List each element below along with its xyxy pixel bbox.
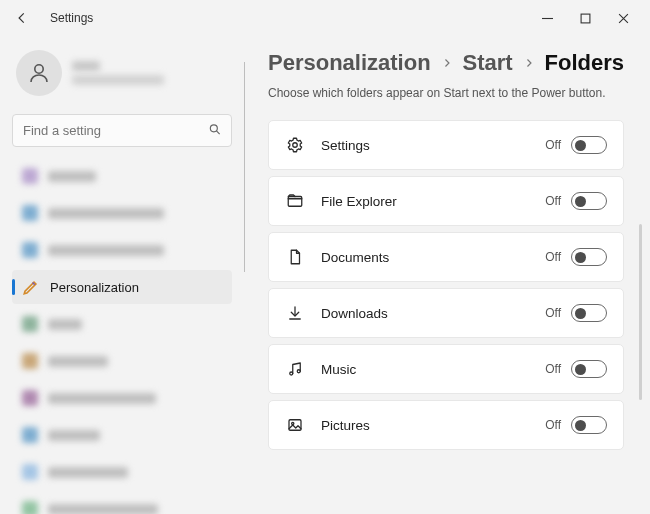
- titlebar: Settings: [0, 0, 650, 36]
- toggle-state: Off: [545, 194, 561, 208]
- svg-rect-6: [288, 197, 302, 207]
- folder-label: Settings: [321, 138, 529, 153]
- profile-text: [72, 61, 164, 85]
- pictures-icon: [285, 415, 305, 435]
- search-input[interactable]: [12, 114, 232, 147]
- minimize-button[interactable]: [528, 4, 566, 32]
- content: Personalization Start Folders Choose whi…: [244, 36, 650, 514]
- breadcrumb-folders: Folders: [545, 50, 624, 76]
- maximize-button[interactable]: [566, 4, 604, 32]
- back-button[interactable]: [8, 4, 36, 32]
- paintbrush-icon: [22, 278, 40, 296]
- music-icon: [285, 359, 305, 379]
- document-icon: [285, 247, 305, 267]
- chevron-right-icon: [441, 57, 453, 69]
- download-icon: [285, 303, 305, 323]
- folder-toggle-list: Settings Off File Explorer Off Documents…: [268, 120, 624, 450]
- svg-point-9: [297, 370, 300, 373]
- file-explorer-icon: [285, 191, 305, 211]
- page-description: Choose which folders appear on Start nex…: [268, 86, 624, 100]
- sidebar-item[interactable]: [12, 455, 232, 489]
- toggle-switch[interactable]: [571, 360, 607, 378]
- toggle-switch[interactable]: [571, 136, 607, 154]
- toggle-switch[interactable]: [571, 416, 607, 434]
- nav-list: Personalization: [12, 159, 232, 514]
- breadcrumbs: Personalization Start Folders: [268, 50, 624, 76]
- sidebar-item-personalization[interactable]: Personalization: [12, 270, 232, 304]
- search: [12, 114, 232, 147]
- folder-toggle-item: Music Off: [268, 344, 624, 394]
- sidebar: Personalization: [0, 36, 244, 514]
- svg-rect-10: [289, 420, 301, 431]
- svg-point-8: [290, 372, 293, 375]
- chevron-right-icon: [523, 57, 535, 69]
- folder-toggle-item: File Explorer Off: [268, 176, 624, 226]
- svg-point-2: [35, 65, 43, 73]
- sidebar-item[interactable]: [12, 196, 232, 230]
- sidebar-item[interactable]: [12, 381, 232, 415]
- folder-toggle-item: Pictures Off: [268, 400, 624, 450]
- sidebar-item[interactable]: [12, 418, 232, 452]
- toggle-state: Off: [545, 362, 561, 376]
- breadcrumb-start[interactable]: Start: [463, 50, 513, 76]
- breadcrumb-personalization[interactable]: Personalization: [268, 50, 431, 76]
- sidebar-item[interactable]: [12, 307, 232, 341]
- toggle-state: Off: [545, 306, 561, 320]
- toggle-state: Off: [545, 250, 561, 264]
- settings-icon: [285, 135, 305, 155]
- toggle-switch[interactable]: [571, 304, 607, 322]
- folder-label: Documents: [321, 250, 529, 265]
- toggle-state: Off: [545, 418, 561, 432]
- folder-toggle-item: Documents Off: [268, 232, 624, 282]
- sidebar-item[interactable]: [12, 233, 232, 267]
- avatar: [16, 50, 62, 96]
- toggle-state: Off: [545, 138, 561, 152]
- sidebar-item[interactable]: [12, 159, 232, 193]
- svg-rect-1: [581, 14, 590, 23]
- toggle-switch[interactable]: [571, 248, 607, 266]
- sidebar-item[interactable]: [12, 492, 232, 514]
- sidebar-item[interactable]: [12, 344, 232, 378]
- folder-label: Downloads: [321, 306, 529, 321]
- folder-label: Pictures: [321, 418, 529, 433]
- folder-toggle-item: Settings Off: [268, 120, 624, 170]
- svg-point-5: [293, 143, 298, 148]
- folder-label: Music: [321, 362, 529, 377]
- scrollbar[interactable]: [639, 224, 642, 400]
- svg-point-11: [292, 422, 294, 424]
- folder-label: File Explorer: [321, 194, 529, 209]
- window-title: Settings: [50, 11, 93, 25]
- sidebar-item-label: Personalization: [50, 280, 139, 295]
- folder-toggle-item: Downloads Off: [268, 288, 624, 338]
- close-button[interactable]: [604, 4, 642, 32]
- toggle-switch[interactable]: [571, 192, 607, 210]
- user-profile[interactable]: [12, 44, 232, 102]
- divider: [244, 62, 245, 272]
